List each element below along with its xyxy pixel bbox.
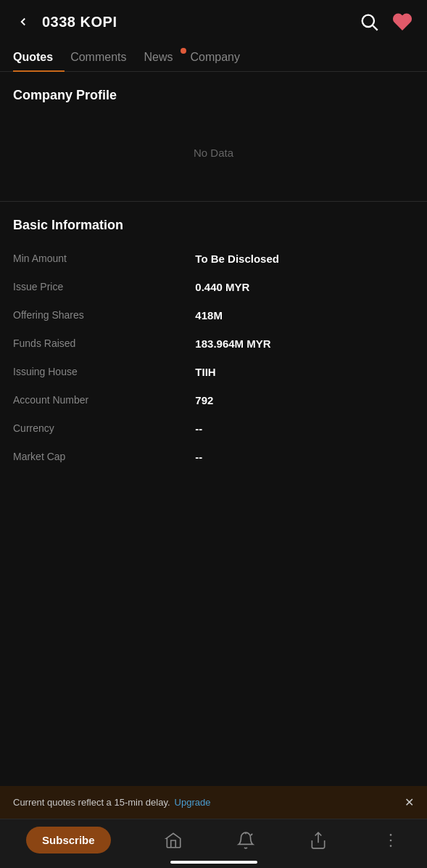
header: 0338 KOPI	[0, 0, 427, 44]
info-label: Issuing House	[13, 366, 195, 377]
basic-info-section: Basic Information Min Amount To Be Discl…	[0, 202, 427, 484]
info-row: Currency --	[13, 414, 414, 443]
info-row: Market Cap --	[13, 443, 414, 471]
info-value: 0.440 MYR	[195, 281, 414, 293]
nav-share[interactable]	[308, 830, 328, 851]
content-area: Company Profile No Data Basic Informatio…	[0, 72, 427, 484]
info-label: Market Cap	[13, 451, 195, 462]
info-row: Issue Price 0.440 MYR	[13, 273, 414, 301]
nav-home[interactable]	[163, 830, 183, 851]
info-row: Offering Shares 418M	[13, 301, 414, 329]
close-notice-icon[interactable]: ✕	[405, 795, 414, 809]
svg-point-8	[390, 845, 392, 847]
bottom-notice-bar: Current quotes reflect a 15-min delay. U…	[0, 786, 427, 819]
info-value: 792	[195, 394, 414, 406]
header-left: 0338 KOPI	[13, 12, 117, 32]
svg-point-0	[362, 15, 374, 27]
info-value: To Be Disclosed	[195, 253, 414, 265]
company-profile-section: Company Profile No Data	[0, 72, 427, 201]
news-notification-dot	[181, 48, 186, 54]
favorite-icon[interactable]	[391, 10, 414, 33]
info-label: Issue Price	[13, 281, 195, 292]
info-value: 418M	[195, 309, 414, 322]
svg-point-6	[390, 834, 392, 836]
svg-point-4	[250, 834, 252, 835]
info-row: Account Number 792	[13, 386, 414, 414]
page-title: 0338 KOPI	[42, 14, 117, 30]
info-value: 183.964M MYR	[195, 337, 414, 350]
home-icon	[163, 830, 183, 851]
tab-bar: Quotes Comments News Company	[0, 44, 427, 72]
notice-content: Current quotes reflect a 15-min delay. U…	[13, 797, 210, 808]
svg-line-1	[373, 25, 377, 30]
notice-text: Current quotes reflect a 15-min delay.	[13, 797, 170, 808]
subscribe-button[interactable]: Subscribe	[26, 827, 111, 853]
company-profile-title: Company Profile	[13, 88, 414, 103]
nav-more[interactable]	[381, 830, 401, 851]
tab-comments[interactable]: Comments	[70, 44, 138, 71]
header-right	[359, 10, 414, 33]
info-label: Currency	[13, 422, 195, 434]
info-row: Min Amount To Be Disclosed	[13, 245, 414, 273]
notification-add-icon	[236, 830, 256, 851]
more-icon	[381, 830, 401, 851]
tab-company[interactable]: Company	[191, 44, 252, 71]
home-indicator	[170, 861, 257, 864]
svg-point-7	[390, 839, 392, 841]
info-rows: Min Amount To Be Disclosed Issue Price 0…	[13, 245, 414, 471]
no-data-text: No Data	[13, 103, 414, 188]
info-row: Issuing House TIIH	[13, 358, 414, 386]
tab-news[interactable]: News	[144, 44, 184, 71]
nav-notification[interactable]	[236, 830, 256, 851]
info-label: Min Amount	[13, 253, 195, 264]
info-label: Offering Shares	[13, 309, 195, 321]
info-value: --	[195, 422, 414, 435]
info-row: Funds Raised 183.964M MYR	[13, 329, 414, 358]
info-value: --	[195, 451, 414, 463]
info-label: Account Number	[13, 394, 195, 406]
basic-info-title: Basic Information	[13, 218, 414, 233]
info-label: Funds Raised	[13, 337, 195, 349]
back-button[interactable]	[13, 12, 33, 32]
info-value: TIIH	[195, 366, 414, 378]
upgrade-link[interactable]: Upgrade	[175, 797, 211, 808]
search-icon[interactable]	[359, 12, 379, 32]
tab-quotes[interactable]: Quotes	[13, 44, 65, 71]
share-icon	[308, 830, 328, 851]
